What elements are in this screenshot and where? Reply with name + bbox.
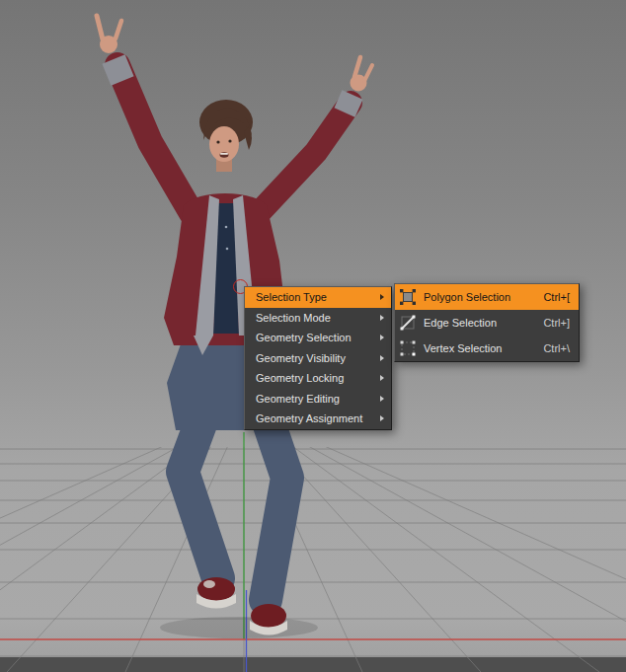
menu-item-label: Geometry Visibility — [256, 352, 372, 364]
menu-item-label: Geometry Locking — [256, 372, 372, 384]
menu-item-geometry-assignment[interactable]: Geometry Assignment — [245, 409, 391, 429]
menu-item-geometry-selection[interactable]: Geometry Selection — [245, 328, 391, 348]
submenu-arrow-icon — [380, 415, 384, 421]
submenu-arrow-icon — [380, 355, 384, 361]
character-right-shoe — [250, 604, 287, 635]
shortcut-label: Ctrl+] — [543, 317, 570, 329]
submenu-arrow-icon — [380, 294, 384, 300]
character-head — [199, 100, 253, 172]
geometry-context-menu: Selection Type Selection Mode Geometry S… — [244, 286, 392, 430]
selection-type-submenu: Polygon Selection Ctrl+[ Edge Selection … — [394, 283, 580, 362]
menu-item-geometry-locking[interactable]: Geometry Locking — [245, 368, 391, 389]
character-shadow — [160, 617, 318, 638]
submenu-arrow-icon — [380, 315, 384, 321]
menu-item-label: Geometry Editing — [256, 393, 372, 405]
edge-selection-icon — [399, 314, 417, 332]
vertex-selection-icon — [399, 339, 417, 357]
menu-item-label: Selection Type — [256, 291, 372, 303]
character-legs — [183, 411, 287, 600]
menu-item-geometry-editing[interactable]: Geometry Editing — [245, 389, 391, 410]
menu-item-geometry-visibility[interactable]: Geometry Visibility — [245, 348, 391, 369]
character-left-shoe — [196, 577, 236, 609]
submenu-item-vertex-selection[interactable]: Vertex Selection Ctrl+\ — [395, 336, 579, 361]
submenu-item-label: Edge Selection — [424, 317, 536, 329]
submenu-item-label: Polygon Selection — [424, 291, 536, 303]
character-left-arm — [97, 16, 192, 213]
menu-item-label: Geometry Assignment — [256, 412, 372, 424]
viewport-3d[interactable]: Selection Type Selection Mode Geometry S… — [0, 0, 626, 672]
submenu-arrow-icon — [380, 396, 384, 402]
menu-item-label: Geometry Selection — [256, 332, 372, 343]
polygon-selection-icon — [399, 288, 417, 306]
shortcut-label: Ctrl+\ — [543, 342, 570, 354]
submenu-item-edge-selection[interactable]: Edge Selection Ctrl+] — [395, 310, 579, 336]
shortcut-label: Ctrl+[ — [543, 291, 570, 303]
menu-item-selection-type[interactable]: Selection Type — [245, 287, 391, 308]
submenu-arrow-icon — [380, 375, 384, 381]
submenu-item-polygon-selection[interactable]: Polygon Selection Ctrl+[ — [395, 284, 579, 310]
submenu-arrow-icon — [380, 335, 384, 340]
submenu-item-label: Vertex Selection — [424, 342, 536, 354]
menu-item-selection-mode[interactable]: Selection Mode — [245, 308, 391, 329]
character-right-arm — [259, 57, 372, 213]
menu-item-label: Selection Mode — [256, 312, 372, 324]
